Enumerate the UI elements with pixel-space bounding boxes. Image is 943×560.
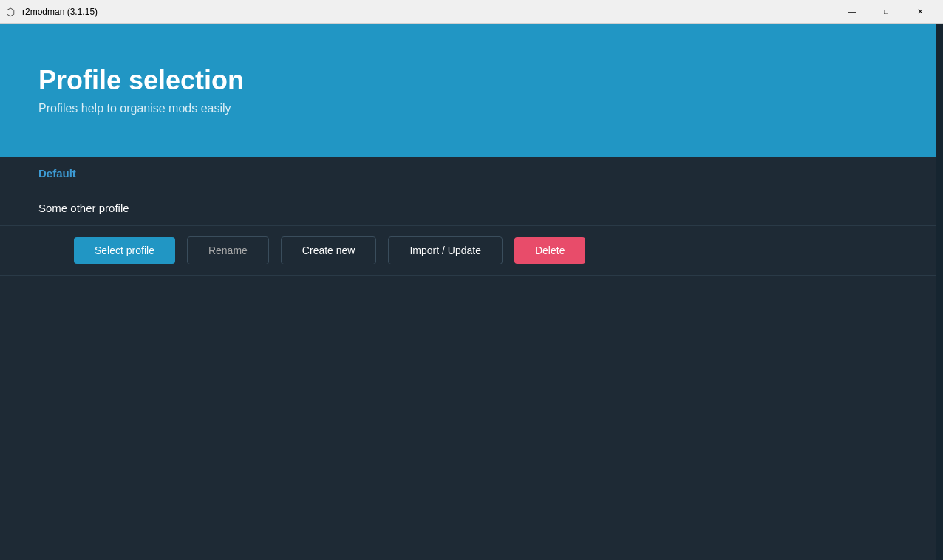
import-update-button[interactable]: Import / Update — [388, 236, 503, 264]
close-button[interactable]: ✕ — [903, 0, 937, 24]
minimize-button[interactable]: — — [835, 0, 869, 24]
header-banner: Profile selection Profiles help to organ… — [0, 24, 943, 157]
profile-list: Default Some other profile Select profil… — [0, 157, 943, 276]
page-subtitle: Profiles help to organise mods easily — [38, 102, 905, 115]
main-content: Default Some other profile Select profil… — [0, 157, 943, 560]
create-new-button[interactable]: Create new — [281, 236, 377, 264]
title-bar: ⬡ r2modman (3.1.15) — □ ✕ — [0, 0, 943, 24]
scrollbar-track — [936, 24, 943, 560]
profile-name: Default — [38, 167, 76, 180]
rename-button[interactable]: Rename — [187, 236, 269, 264]
window-controls: — □ ✕ — [835, 0, 937, 24]
profile-item-other[interactable]: Some other profile — [0, 191, 943, 226]
maximize-button[interactable]: □ — [869, 0, 903, 24]
title-bar-left: ⬡ r2modman (3.1.15) — [6, 6, 98, 18]
select-profile-button[interactable]: Select profile — [74, 237, 175, 264]
title-text: r2modman (3.1.15) — [22, 7, 98, 17]
delete-button[interactable]: Delete — [514, 237, 585, 264]
action-bar: Select profile Rename Create new Import … — [0, 226, 943, 276]
page-title: Profile selection — [38, 65, 905, 96]
profile-item-default[interactable]: Default — [0, 157, 943, 191]
app-icon: ⬡ — [6, 6, 18, 18]
profile-name: Some other profile — [38, 202, 129, 214]
